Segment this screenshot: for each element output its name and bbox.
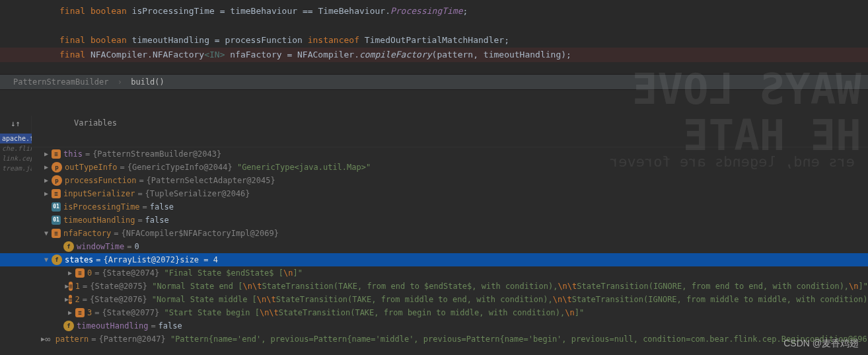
private-field-icon: f	[63, 241, 74, 252]
var-timeoutHandling-inner[interactable]: f timeoutHandling= false	[41, 319, 868, 333]
list-item-icon: ≡	[69, 295, 72, 304]
list-item-icon: ≡	[69, 282, 73, 291]
field-icon: ≡	[52, 229, 61, 238]
variables-tree: ≡ this= {PatternStreamBuilder@2043} p ou…	[0, 147, 868, 346]
expand-icon[interactable]	[41, 174, 52, 187]
breadcrumb-class[interactable]: PatternStreamBuilder	[13, 77, 109, 87]
frame-entry-0[interactable]: apache.fl	[0, 134, 32, 143]
param-icon: p	[52, 162, 62, 173]
expand-icon[interactable]	[41, 147, 52, 161]
var-pattern[interactable]: ∞ pattern= {Pattern@2047} "Pattern{name=…	[41, 333, 868, 346]
collapse-icon[interactable]	[41, 253, 52, 266]
variables-tab-label: Variables	[32, 116, 117, 145]
bool-icon: 01	[52, 202, 61, 212]
sort-icon[interactable]: ↓↑	[11, 118, 21, 129]
var-states-selected[interactable]: f states= {ArrayList@2072} size = 4	[0, 253, 868, 266]
param-icon: p	[52, 175, 62, 186]
var-state-3[interactable]: ≡ 3= {State@2077} "Start State begin [\n…	[41, 306, 868, 319]
collapse-icon[interactable]	[41, 227, 52, 240]
breadcrumb[interactable]: PatternStreamBuilder › build()	[0, 74, 868, 90]
debugger-panel: ↓↑ ▼ Variables apache.fl che.flink.c lin…	[0, 114, 868, 346]
var-processFunction[interactable]: p processFunction= {PatternSelectAdapter…	[41, 174, 868, 187]
var-this[interactable]: ≡ this= {PatternStreamBuilder@2043}	[41, 147, 868, 161]
var-isProcessingTime[interactable]: 01 isProcessingTime= false	[41, 200, 868, 214]
private-field-icon: f	[52, 255, 62, 265]
var-state-0[interactable]: ≡ 0= {State@2074} "Final State $endState…	[41, 266, 868, 280]
code-blank	[0, 19, 868, 33]
breadcrumb-method[interactable]: build()	[131, 77, 164, 87]
watermark-csdn: CSDN @麦香鸡翅	[783, 338, 859, 350]
bool-icon: 01	[52, 216, 61, 225]
var-windowTime[interactable]: f windowTime= 0	[41, 240, 868, 253]
private-field-icon: f	[63, 321, 74, 331]
code-line-3-current: final NFACompiler.NFAFactory<IN> nfaFact…	[0, 48, 868, 62]
infinity-icon: ∞	[45, 333, 50, 346]
editor-area: final boolean isProcessingTime = timeBeh…	[0, 0, 868, 90]
code-line-1: final boolean isProcessingTime = timeBeh…	[0, 4, 868, 19]
var-state-1[interactable]: ≡ 1= {State@2075} "Normal State end [\n\…	[41, 280, 868, 293]
expand-icon[interactable]	[65, 306, 75, 319]
var-state-2[interactable]: ≡ 2= {State@2076} "Normal State middle […	[41, 293, 868, 306]
expand-icon[interactable]	[41, 161, 52, 174]
var-timeoutHandling[interactable]: 01 timeoutHandling= false	[41, 214, 868, 227]
var-outTypeInfo[interactable]: p outTypeInfo= {GenericTypeInfo@2044} "G…	[41, 161, 868, 174]
expand-icon[interactable]	[65, 266, 75, 280]
code-line-2: final boolean timeoutHandling = processF…	[0, 33, 868, 48]
var-nfaFactory[interactable]: ≡ nfaFactory= {NFACompiler$NFAFactoryImp…	[41, 227, 868, 240]
var-inputSerializer[interactable]: ≡ inputSerializer= {TupleSerializer@2046…	[41, 187, 868, 200]
list-item-icon: ≡	[75, 268, 85, 278]
field-icon: ≡	[52, 189, 61, 198]
breadcrumb-separator: ›	[114, 77, 126, 87]
expand-icon[interactable]	[41, 187, 52, 200]
list-item-icon: ≡	[75, 308, 85, 317]
field-icon: ≡	[52, 149, 61, 159]
